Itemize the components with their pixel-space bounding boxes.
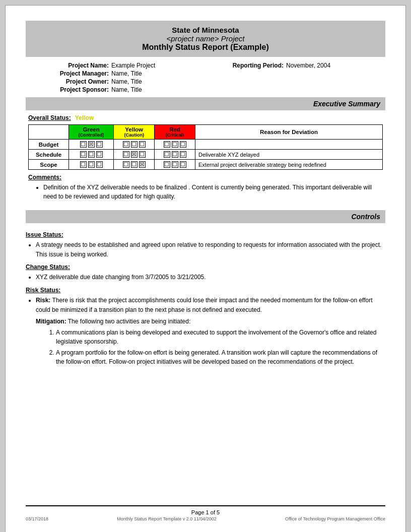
executive-summary-title: Executive Summary <box>313 100 380 108</box>
yellow-checkboxes <box>114 160 155 170</box>
yellow-checkboxes <box>114 150 155 160</box>
controls-header: Controls <box>26 210 385 223</box>
checkbox[interactable] <box>131 151 138 158</box>
reason-cell: External project deliverable strategy be… <box>195 160 382 170</box>
checkbox[interactable] <box>180 151 186 158</box>
checkbox[interactable] <box>139 161 146 168</box>
checkbox[interactable] <box>88 141 95 148</box>
reason-cell: Deliverable XYZ delayed <box>195 150 382 160</box>
checkbox[interactable] <box>123 151 129 158</box>
project-sponsor-label: Project Sponsor: <box>31 86 111 93</box>
yellow-checkboxes <box>114 140 155 150</box>
checkbox[interactable] <box>164 151 170 158</box>
overall-status: Overall Status: Yellow Green (Controlled… <box>26 114 385 206</box>
project-info: Project Name: Example Project Reporting … <box>26 62 385 93</box>
project-owner-label: Project Owner: <box>31 78 111 85</box>
comments-list: Definition of the XYZ deliverable needs … <box>28 183 383 201</box>
checkbox[interactable] <box>139 141 146 148</box>
footer-page: Page 1 of 5 <box>191 509 220 515</box>
footer: Page 1 of 5 03/17/2018 Monthly Status Re… <box>26 505 385 521</box>
checkbox[interactable] <box>123 141 129 148</box>
overall-status-label: Overall Status: <box>28 114 71 121</box>
reporting-period-label: Reporting Period: <box>206 62 286 69</box>
green-checkboxes <box>69 160 114 170</box>
checkbox[interactable] <box>80 161 87 168</box>
checkbox[interactable] <box>96 151 103 158</box>
list-item: A communications plan is being developed… <box>56 328 385 346</box>
project-manager-label: Project Manager: <box>31 70 111 77</box>
green-checkboxes <box>69 150 114 160</box>
footer-date: 03/17/2018 <box>26 516 48 521</box>
table-header-yellow: Yellow (Caution) <box>114 125 155 140</box>
executive-summary-header: Executive Summary <box>26 97 385 110</box>
issue-status-label: Issue Status: <box>26 231 385 238</box>
checkbox[interactable] <box>88 151 95 158</box>
footer-office: Office of Technology Program Management … <box>285 516 385 521</box>
green-checkboxes <box>69 140 114 150</box>
list-item: A program portfolio for the follow-on ef… <box>56 348 385 366</box>
status-table: Green (Controlled) Yellow (Caution) Red … <box>28 124 383 170</box>
project-owner-value: Name, Title <box>111 78 206 85</box>
checkbox[interactable] <box>131 141 138 148</box>
controls-section: Issue Status: A strategy needs to be est… <box>26 227 385 368</box>
reason-cell <box>195 140 382 150</box>
comments-label: Comments: <box>28 174 383 181</box>
issue-bullets: A strategy needs to be established and a… <box>26 240 385 259</box>
checkbox[interactable] <box>164 161 170 168</box>
checkbox[interactable] <box>172 141 178 148</box>
risk-status-label: Risk Status: <box>26 287 385 294</box>
list-item: A strategy needs to be established and a… <box>36 240 385 259</box>
table-header-reason: Reason for Deviation <box>195 125 382 140</box>
red-checkboxes <box>155 150 195 160</box>
checkbox[interactable] <box>96 161 103 168</box>
mitigation-label: Mitigation: <box>36 318 66 325</box>
mitigation-block: Mitigation: The following two activities… <box>26 317 385 366</box>
checkbox[interactable] <box>131 161 138 168</box>
project-name-value: Example Project <box>111 62 206 69</box>
project-sponsor-value: Name, Title <box>111 86 206 93</box>
checkbox[interactable] <box>139 151 146 158</box>
header-title3: Monthly Status Report (Example) <box>36 43 375 52</box>
mitigation-intro: The following two activities are being i… <box>68 318 190 325</box>
checkbox[interactable] <box>172 151 178 158</box>
change-bullets: XYZ deliverable due date changing from 3… <box>26 273 385 282</box>
footer-template: Monthly Status Report Template v 2.0 11/… <box>117 516 216 521</box>
page: State of Minnesota <project name> Projec… <box>5 5 406 532</box>
project-manager-value: Name, Title <box>111 70 206 77</box>
list-item: Definition of the XYZ deliverable needs … <box>43 183 383 201</box>
checkbox[interactable] <box>123 161 129 168</box>
checkbox[interactable] <box>172 161 178 168</box>
row-label: Scope <box>29 160 69 170</box>
overall-status-value: Yellow <box>75 114 94 121</box>
table-header-red: Red (Critical) <box>155 125 195 140</box>
list-item: Risk: There is risk that the project acc… <box>36 296 385 315</box>
list-item: XYZ deliverable due date changing from 3… <box>36 273 385 282</box>
red-checkboxes <box>155 140 195 150</box>
header-title1: State of Minnesota <box>36 26 375 34</box>
row-label: Budget <box>29 140 69 150</box>
table-row: ScheduleDeliverable XYZ delayed <box>29 150 383 160</box>
table-row: Budget <box>29 140 383 150</box>
checkbox[interactable] <box>88 161 95 168</box>
table-row: ScopeExternal project deliverable strate… <box>29 160 383 170</box>
checkbox[interactable] <box>96 141 103 148</box>
header-title2: <project name> Project <box>36 34 375 43</box>
project-name-label: Project Name: <box>31 62 111 69</box>
risk-bullets: Risk: There is risk that the project acc… <box>26 296 385 315</box>
checkbox[interactable] <box>180 161 186 168</box>
row-label: Schedule <box>29 150 69 160</box>
header-banner: State of Minnesota <project name> Projec… <box>26 21 385 57</box>
checkbox[interactable] <box>180 141 186 148</box>
reporting-period-value: November, 2004 <box>286 62 380 69</box>
mitigation-list: A communications plan is being developed… <box>36 328 385 366</box>
table-header-empty <box>29 125 69 140</box>
red-checkboxes <box>155 160 195 170</box>
checkbox[interactable] <box>80 151 87 158</box>
checkbox[interactable] <box>164 141 170 148</box>
change-status-label: Change Status: <box>26 263 385 271</box>
table-header-green: Green (Controlled) <box>69 125 114 140</box>
comments-section: Comments: Definition of the XYZ delivera… <box>28 174 383 201</box>
checkbox[interactable] <box>80 141 87 148</box>
controls-title: Controls <box>351 213 380 221</box>
